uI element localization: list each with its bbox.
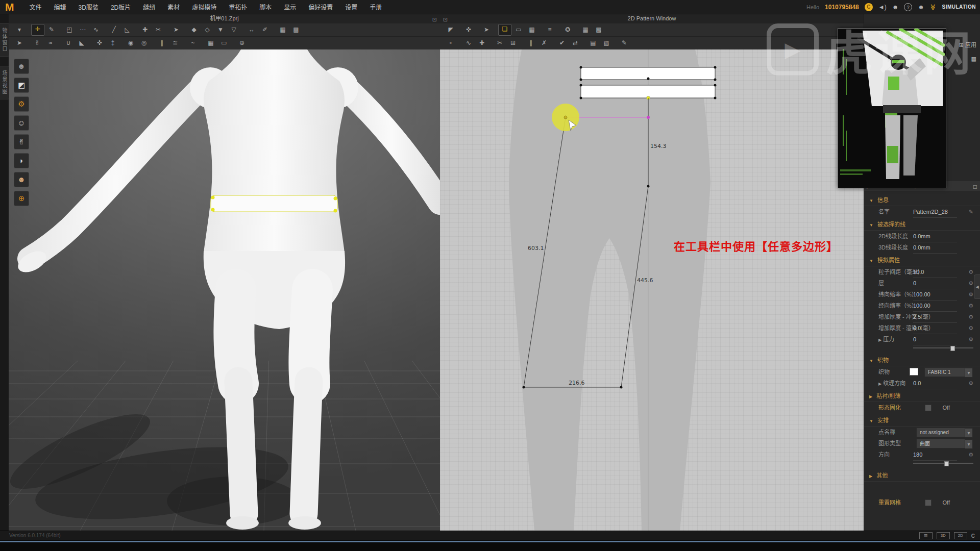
wrench-icon[interactable]: ⚙ <box>968 311 973 322</box>
thickness-collision-field[interactable]: 2.5 <box>913 311 957 323</box>
apply-button[interactable]: ⊞ 应用 <box>959 40 976 48</box>
show-points-tool-button[interactable]: ⋯ <box>77 24 89 35</box>
safety-pin-tool-button[interactable]: ∪ <box>62 38 75 48</box>
chevron-down-icon[interactable]: ≫ <box>929 4 937 10</box>
texture-edit-tool-button[interactable]: ▤ <box>587 38 599 48</box>
section-selected-line[interactable]: ▼ 被选择的线 <box>864 219 980 231</box>
wrench-icon[interactable]: ⚙ <box>968 278 973 289</box>
wrench-icon[interactable]: ⚙ <box>968 266 973 278</box>
menu-item-edit[interactable]: 编辑 <box>48 4 72 11</box>
section-fuse[interactable]: ▶ 粘衬/削薄 <box>864 391 980 402</box>
show-tshirt-toggle-button[interactable]: ▼ <box>214 24 227 35</box>
user-icon[interactable]: ☻ <box>892 4 899 11</box>
trace-avatar-tool-button[interactable]: ✪ <box>561 24 574 35</box>
rotate-gizmo-tool-button[interactable]: ◰ <box>63 24 76 35</box>
section-other[interactable]: ▶ 其他 <box>864 470 980 482</box>
weft-shrink-field[interactable]: 100.00 <box>913 289 957 300</box>
menu-item-garment-3d[interactable]: 3D服装 <box>72 4 105 11</box>
select-mesh-tool-button[interactable]: ▦ <box>205 38 217 48</box>
pressure-slider[interactable] <box>913 346 973 350</box>
avatar-tape-tool-button[interactable]: ~ <box>187 38 199 48</box>
menu-item-avatar[interactable]: 虚拟模特 <box>186 4 223 11</box>
speaker-icon[interactable]: ◄) <box>878 4 887 11</box>
warp-shrink-field[interactable]: 100.00 <box>913 300 957 312</box>
viewport-3d-canvas[interactable]: ☻◩⚙☺✌◗☻⊕ <box>9 49 440 531</box>
collapse-arrow-icon[interactable]: ▶ <box>878 338 881 342</box>
edit-pencil-icon[interactable]: ✎ <box>969 206 973 217</box>
show-garment-toggle-button[interactable]: ◆ <box>188 24 200 35</box>
wrench-icon[interactable]: ⚙ <box>968 449 973 460</box>
menu-item-sewing[interactable]: 缝纫 <box>137 4 161 11</box>
edit-pattern-tool-button[interactable]: ✜ <box>462 24 475 35</box>
topstitch-tool-button[interactable]: ∥ <box>156 38 168 48</box>
grid-toggle-2d-button[interactable]: ▦ <box>579 24 592 35</box>
wrench-icon[interactable]: ⚙ <box>968 322 973 334</box>
point-name-select[interactable]: not assigned ▾ <box>916 428 973 437</box>
menu-item-manual[interactable]: 手册 <box>363 4 388 11</box>
panel-collapse-handle[interactable]: ◀ <box>974 274 980 299</box>
button-tool-button[interactable]: ◉ <box>125 38 137 48</box>
coin-icon[interactable]: C <box>865 3 873 11</box>
show-head-icon[interactable]: ☻ <box>14 172 29 187</box>
menu-item-display[interactable]: 显示 <box>278 4 302 11</box>
section-arrange[interactable]: ▼ 安排 <box>864 415 980 427</box>
tab-object-window[interactable]: 物体窗口 <box>0 23 9 57</box>
sew-check-tool-button[interactable]: ✔ <box>556 38 568 48</box>
show-avatar-toggle-button[interactable]: ▽ <box>228 24 240 35</box>
sew-free-tool-button[interactable]: ✂ <box>152 24 164 35</box>
dropdown-icon[interactable]: ▾ <box>965 439 973 449</box>
fabric-select[interactable]: FABRIC 1 ▾ <box>924 367 973 377</box>
menu-item-settings[interactable]: 设置 <box>339 4 363 11</box>
sew-segment-tool-2d-button[interactable]: ∥ <box>525 38 537 48</box>
show-shoe-icon[interactable]: ◗ <box>14 153 29 168</box>
measure-edit-tool-button[interactable]: ✐ <box>259 24 271 35</box>
expand-window-icon[interactable]: ⊡ <box>973 182 977 192</box>
collapse-arrow-icon[interactable]: ▶ <box>878 382 881 386</box>
buttonhole-tool-button[interactable]: ◎ <box>138 38 150 48</box>
show-avatar-icon[interactable]: ☺ <box>14 115 29 131</box>
wind-tool-button[interactable]: ≈ <box>44 38 57 48</box>
brush-tool-button[interactable]: ✎ <box>45 24 58 35</box>
zipper-tool-button[interactable]: ‡ <box>107 38 119 48</box>
wrench-icon[interactable]: ⚙ <box>968 300 973 311</box>
move-point-tool-button[interactable]: ➤ <box>480 24 493 35</box>
menu-item-pattern-2d[interactable]: 2D板片 <box>105 4 137 11</box>
texture-direction-field[interactable]: 0.0 <box>913 378 957 389</box>
dropdown-icon[interactable]: ▾ <box>965 428 973 438</box>
menu-item-preferences[interactable]: 偏好设置 <box>302 4 339 11</box>
measure-tape-tool-button[interactable]: ↔ <box>246 24 258 35</box>
grid-quad-toggle-button[interactable]: ▩ <box>290 24 302 35</box>
direction-slider[interactable] <box>913 461 973 465</box>
drag-cloth-tool-button[interactable]: ✜ <box>93 38 106 48</box>
curve-edit-tool-button[interactable]: ∿ <box>90 24 102 35</box>
flip-pattern-tool-button[interactable]: ⇄ <box>569 38 581 48</box>
steam-tool-button[interactable]: ⊕ <box>236 38 248 48</box>
history-dropdown-button[interactable]: ▾ <box>13 24 26 35</box>
user-add-icon[interactable]: ☻ <box>918 4 924 11</box>
dart-tool-button[interactable]: ▦ <box>526 24 538 35</box>
fold-tool-button[interactable]: ◺ <box>121 24 133 35</box>
show-garment-icon[interactable]: ◩ <box>14 78 29 93</box>
wrench-icon[interactable]: ⚙ <box>968 334 973 345</box>
sew-free-tool-2d-button[interactable]: ✗ <box>538 38 550 48</box>
pressure-field[interactable]: 0 <box>913 334 957 345</box>
grade-tool-button[interactable]: ▧ <box>600 38 612 48</box>
grid-quad-toggle-2d-button[interactable]: ▩ <box>593 24 605 35</box>
refresh-icon[interactable]: C <box>971 533 975 539</box>
menu-item-retopology[interactable]: 重拓扑 <box>223 4 253 11</box>
add-point-tool-button[interactable]: ✚ <box>476 38 488 48</box>
view-2d-button[interactable]: 2D <box>954 532 967 539</box>
menu-item-script[interactable]: 脚本 <box>253 4 278 11</box>
polygon-tool-button[interactable]: ❏ <box>498 24 511 36</box>
shape-type-select[interactable]: 曲面 ▾ <box>916 439 973 448</box>
section-info[interactable]: ▼ 信息 <box>864 195 980 206</box>
section-simulation[interactable]: ▼ 模拟属性 <box>864 255 980 266</box>
show-vest-toggle-button[interactable]: ◇ <box>201 24 213 35</box>
reference-image-window[interactable] <box>838 28 946 188</box>
select-box-tool-button[interactable]: ▫ <box>445 38 457 48</box>
particle-distance-field[interactable]: 10.0 <box>913 266 957 278</box>
layer-field[interactable]: 0 <box>913 278 957 289</box>
move-tool-button[interactable]: ✛ <box>31 24 44 36</box>
pin-hand-tool-button[interactable]: ✌ <box>31 38 43 48</box>
name-field[interactable]: Pattern2D_28 <box>913 206 957 218</box>
